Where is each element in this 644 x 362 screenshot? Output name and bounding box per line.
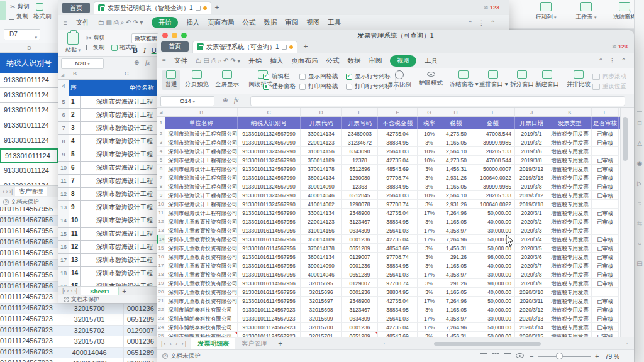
cell[interactable]: 913301011324567990: [238, 156, 301, 165]
zoom-formula-icon[interactable]: ⊕: [223, 97, 228, 104]
document-tab[interactable]: 发票登记明细表（智能查询）1: [94, 1, 211, 14]
tool-重排窗口[interactable]: 重排窗口 ▾: [479, 70, 507, 89]
menu-tab-审阅[interactable]: 审阅: [369, 57, 382, 65]
cell[interactable]: 深圳市碧海设计工程: [80, 201, 153, 214]
checkbox-任务窗格[interactable]: 任务窗格: [263, 82, 296, 90]
cell[interactable]: 47008.544: [470, 129, 515, 138]
cell[interactable]: 380014134: [301, 253, 342, 261]
cell[interactable]: 0001236: [342, 323, 378, 332]
table-row[interactable]: 14深圳市儿童教育投资有限公司9133010161145679563500141…: [157, 235, 620, 244]
table-row[interactable]: 3010111245679234100140020129007: [0, 358, 157, 362]
cell[interactable]: 30,000.00: [470, 270, 515, 279]
more-icon[interactable]: ⋮: [479, 19, 485, 26]
cell[interactable]: 增值税专用发票: [548, 156, 592, 165]
cut-button[interactable]: ✂剪切: [86, 34, 104, 42]
sheet-tab[interactable]: Sheet1: [80, 287, 119, 296]
cell[interactable]: 50000.0007: [470, 165, 515, 173]
cell[interactable]: 0001236: [342, 288, 378, 297]
home-tab[interactable]: 首页: [62, 3, 90, 13]
cell[interactable]: 7,264.96: [441, 235, 470, 244]
cell[interactable]: 2020/3/6: [515, 253, 548, 261]
cell[interactable]: 98,000.00: [470, 253, 515, 261]
title-bar[interactable]: 发票管理系统（可查询）1: [157, 30, 634, 40]
grid[interactable]: 1 单位名称纳税人识别号开票代码开票号码不含税金额税率税额金额开票日期发票类型是…: [157, 117, 620, 337]
cell[interactable]: 1290078: [342, 200, 378, 209]
cell[interactable]: 32015698: [301, 305, 342, 314]
cell[interactable]: 深圳市碧海设计工程有限公司: [165, 182, 238, 191]
scroll-thumb[interactable]: [434, 342, 541, 346]
name-box[interactable]: O14 ▾: [160, 96, 214, 106]
tool-护眼模式[interactable]: 护眼模式: [417, 70, 445, 87]
cell[interactable]: 深圳市碧海设计工程有限公司: [165, 129, 238, 138]
cell[interactable]: 4,358.97: [441, 226, 470, 235]
document-tab[interactable]: 发票管理系统（可查询）1: [192, 41, 297, 53]
header-cell[interactable]: 开票号码: [342, 117, 378, 129]
tool-新建窗口[interactable]: 新建窗口: [533, 70, 561, 89]
cell[interactable]: 913301016114567956: [238, 297, 301, 305]
header-cell[interactable]: 纳税人识别号: [238, 117, 301, 129]
table-row[interactable]: 22深圳市博朗泰科技有限公司91330101112456792332015698…: [157, 305, 620, 314]
cell[interactable]: 31234672: [342, 138, 378, 147]
row-number[interactable]: 6: [58, 109, 69, 121]
cell[interactable]: 220014123: [301, 138, 342, 147]
cell[interactable]: 2020/3/15: [515, 332, 548, 337]
row-number[interactable]: 23: [157, 314, 165, 323]
cell[interactable]: 深圳市碧海设计工程有限公司: [165, 165, 238, 173]
cell[interactable]: 301011124567923: [0, 348, 55, 358]
header-cell[interactable]: 单位名称: [129, 80, 154, 96]
cell[interactable]: 3%: [418, 305, 441, 314]
cell[interactable]: 17%: [418, 209, 441, 217]
cell[interactable]: 深圳市碧海设计工程: [80, 241, 153, 253]
cell[interactable]: 增值税专用发票: [548, 270, 592, 279]
zoom-formula-icon[interactable]: ⊕: [134, 59, 139, 66]
cell[interactable]: 12: [69, 241, 80, 253]
cell[interactable]: 已审核: [592, 156, 619, 165]
header-cell[interactable]: 发票类型: [548, 117, 592, 129]
rail-handle[interactable]: [637, 111, 642, 112]
scroll-thumb[interactable]: [623, 117, 628, 161]
cell[interactable]: 深圳市博朗泰科技有限公司: [165, 332, 238, 337]
cell[interactable]: 370014178: [301, 165, 342, 173]
cell[interactable]: 深圳市儿童教育投资有限公司: [165, 217, 238, 226]
task-pane-rail[interactable]: □△◉▷≈⇆○▤: [634, 0, 644, 362]
cell[interactable]: 0001236: [342, 235, 378, 244]
row-number[interactable]: 15: [157, 244, 165, 253]
table-row[interactable]: 301011124567923320157020129007: [0, 326, 157, 337]
cell[interactable]: 增值税专用发票: [548, 305, 592, 314]
view-mode-全屏显示[interactable]: 全屏显示: [212, 70, 242, 89]
cell[interactable]: 7,264.96: [441, 209, 470, 217]
cell[interactable]: 301016114567956: [0, 226, 55, 237]
menu-tab-工具[interactable]: 工具: [328, 18, 341, 27]
cell[interactable]: 17%: [418, 226, 441, 235]
cell[interactable]: 3%: [418, 253, 441, 261]
table-row[interactable]: 18深圳市儿童教育投资有限公司9133010161145679564000140…: [157, 270, 620, 279]
cell[interactable]: 913301011324567990: [238, 209, 301, 217]
cell[interactable]: 1,165.05: [441, 182, 470, 191]
header-cell[interactable]: 开票代码: [301, 117, 342, 129]
cell[interactable]: 深圳市碧海设计工程有限公司: [165, 200, 238, 209]
cell[interactable]: 42735.04: [378, 129, 418, 138]
header-row[interactable]: 1 单位名称纳税人识别号开票代码开票号码不含税金额税率税额金额开票日期发票类型是…: [157, 117, 620, 129]
cell[interactable]: 38834.95: [378, 261, 418, 270]
cell[interactable]: 2019/3/18: [515, 173, 548, 182]
cell[interactable]: 深圳市碧海设计工程: [80, 175, 153, 187]
hamburger-icon[interactable]: ≡: [162, 57, 166, 64]
sheet-tab[interactable]: 客户管理: [15, 187, 47, 196]
table-row[interactable]: 913301011124: [0, 103, 58, 118]
row-number[interactable]: 11: [58, 175, 69, 187]
file-menu[interactable]: 文件: [76, 18, 89, 27]
cell[interactable]: 97708.74: [378, 200, 418, 209]
table-row[interactable]: 913301011124: [0, 163, 58, 178]
header-cell[interactable]: 税率: [418, 117, 441, 129]
cell[interactable]: 291.26: [441, 279, 470, 288]
share-icon[interactable]: ⌃: [467, 19, 472, 26]
table-row[interactable]: 301011124567923320157010651289: [0, 314, 157, 326]
checkbox-编辑栏[interactable]: 编辑栏: [263, 72, 290, 80]
cell[interactable]: 410014002: [55, 358, 124, 362]
menu-tab-审阅[interactable]: 审阅: [285, 18, 298, 27]
column-letter-D[interactable]: D: [301, 108, 342, 117]
row-number[interactable]: 9: [157, 191, 165, 200]
cell[interactable]: 1,165.05: [441, 305, 470, 314]
cell[interactable]: 25641.03: [378, 270, 418, 279]
cell[interactable]: 913301011324567990: [238, 191, 301, 200]
